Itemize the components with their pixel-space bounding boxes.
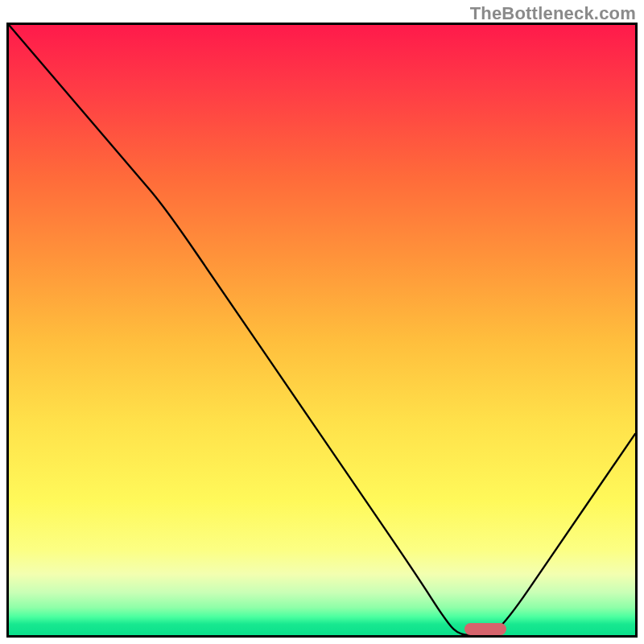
optimum-marker [464, 623, 506, 635]
chart-canvas [6, 23, 638, 638]
watermark-text: TheBottleneck.com [470, 3, 636, 24]
bottleneck-curve [9, 25, 635, 635]
